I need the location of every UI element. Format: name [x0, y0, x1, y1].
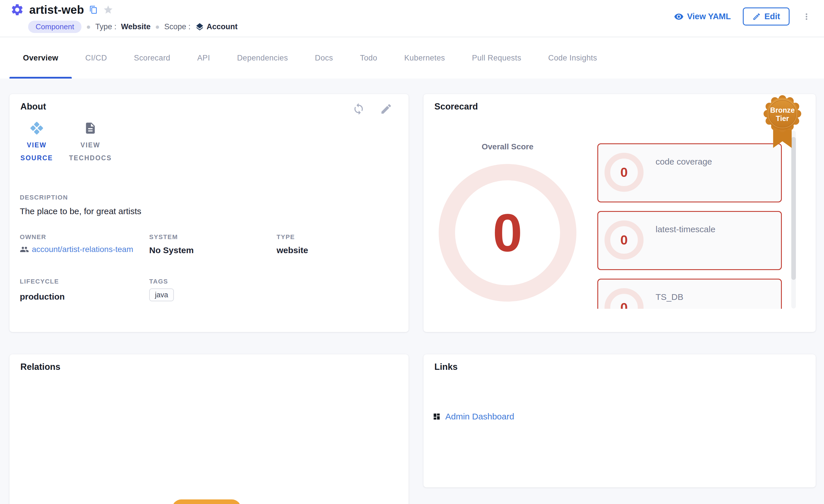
owner-link[interactable]: account/artist-relations-team	[32, 244, 133, 255]
scorecard-card: Scorecard Overall Score 0 0 code coverag…	[423, 94, 816, 332]
score-item-label: latest-timescale	[655, 225, 715, 234]
tab-label: Pull Requests	[472, 53, 521, 62]
scope-value-wrap: Account	[195, 22, 237, 31]
header-actions: View YAML Edit	[674, 7, 811, 25]
tag-chip-java[interactable]: java	[149, 288, 174, 301]
description-value: The place to be, for great artists	[20, 207, 141, 216]
tab-label: Dependencies	[237, 53, 288, 62]
about-card-title: About	[20, 102, 46, 112]
score-ring: 0	[605, 221, 643, 259]
type-label: Type :	[95, 22, 116, 31]
view-techdocs-label: VIEW TECHDOCS	[62, 139, 119, 164]
scorecard-item-list: 0 code coverage 0 latest-timescale 0 TS_…	[597, 143, 783, 309]
score-ring: 0	[605, 153, 643, 192]
type-value: Website	[121, 22, 150, 31]
tab-label: Kubernetes	[404, 53, 445, 62]
tab-scorecard[interactable]: Scorecard	[120, 37, 184, 79]
diamond-grid-icon	[30, 122, 43, 135]
page-header: artist-web Component ● Type : Website ● …	[0, 0, 824, 37]
relations-card-title: Relations	[20, 362, 61, 372]
relation-entity-node[interactable]	[172, 499, 241, 504]
scorecard-scrollbar-thumb[interactable]	[791, 137, 796, 280]
page-title: artist-web	[29, 3, 84, 16]
star-icon[interactable]	[103, 5, 113, 15]
tab-overview[interactable]: Overview	[9, 37, 72, 79]
view-yaml-button[interactable]: View YAML	[674, 12, 731, 21]
owner-value-block: account/artist-relations-team	[20, 244, 134, 255]
layers-icon	[195, 22, 204, 31]
about-card-actions	[352, 103, 393, 115]
tags-label: TAGS	[149, 278, 168, 285]
score-item-label: TS_DB	[655, 292, 684, 302]
tab-api[interactable]: API	[184, 37, 223, 79]
title-row: artist-web	[10, 3, 113, 17]
scope-value: Account	[207, 22, 237, 31]
links-card-title: Links	[434, 362, 457, 372]
badge-text-line2: Tier	[776, 114, 789, 122]
edit-label: Edit	[764, 12, 780, 21]
entity-page: artist-web Component ● Type : Website ● …	[0, 0, 824, 504]
tab-code-insights[interactable]: Code Insights	[535, 37, 611, 79]
view-yaml-label: View YAML	[687, 12, 731, 21]
tab-docs[interactable]: Docs	[302, 37, 346, 79]
tab-cicd[interactable]: CI/CD	[72, 37, 120, 79]
type-field-label: TYPE	[277, 233, 295, 241]
overall-score-value: 0	[493, 207, 522, 259]
relations-card: Relations	[9, 354, 409, 504]
link-admin-dashboard[interactable]: Admin Dashboard	[433, 412, 514, 421]
scope-label: Scope :	[164, 22, 191, 31]
view-source-button[interactable]: VIEW SOURCE	[12, 122, 61, 164]
system-label: SYSTEM	[149, 233, 178, 241]
pencil-icon	[752, 12, 761, 21]
system-value: No System	[149, 245, 194, 255]
about-card: About VIEW SOURCE VIEW TECHDOCS	[9, 94, 409, 332]
edit-about-pencil-icon[interactable]	[380, 103, 393, 115]
score-value: 0	[620, 300, 628, 309]
people-icon	[20, 245, 29, 254]
dashboard-icon	[433, 412, 441, 420]
active-tab-underline	[9, 77, 72, 79]
tab-todo[interactable]: Todo	[346, 37, 391, 79]
tab-label: Overview	[23, 53, 58, 62]
gear-icon	[10, 3, 24, 17]
link-label: Admin Dashboard	[445, 412, 514, 421]
tab-label: Todo	[360, 53, 377, 62]
dot-separator: ●	[155, 22, 160, 31]
view-techdocs-button[interactable]: VIEW TECHDOCS	[62, 122, 119, 164]
lifecycle-value: production	[20, 292, 65, 301]
owner-label: OWNER	[20, 233, 46, 241]
overall-score-gauge: 0	[439, 164, 577, 301]
score-ring: 0	[605, 288, 643, 309]
lifecycle-label: LIFECYCLE	[20, 278, 59, 285]
tab-bar: Overview CI/CD Scorecard API Dependencie…	[0, 37, 824, 79]
description-label: DESCRIPTION	[20, 194, 68, 201]
copy-icon[interactable]	[89, 5, 98, 14]
scorecard-item-code-coverage[interactable]: 0 code coverage	[597, 143, 782, 203]
refresh-icon[interactable]	[352, 103, 365, 115]
scorecard-item-latest-timescale[interactable]: 0 latest-timescale	[597, 211, 782, 270]
links-card: Links Admin Dashboard	[423, 354, 816, 487]
tab-label: API	[197, 53, 210, 62]
tab-label: Docs	[315, 53, 333, 62]
score-value: 0	[620, 232, 628, 248]
scorecard-card-title: Scorecard	[434, 102, 478, 112]
edit-button[interactable]: Edit	[743, 7, 790, 25]
document-icon	[84, 122, 97, 135]
kebab-menu-icon[interactable]	[802, 12, 811, 21]
scorecard-item-ts-db[interactable]: 0 TS_DB	[597, 279, 782, 309]
dot-separator: ●	[86, 22, 91, 31]
badge-text-line1: Bronze	[770, 106, 795, 114]
tab-label: CI/CD	[85, 53, 107, 62]
eye-icon	[674, 12, 684, 21]
tab-dependencies[interactable]: Dependencies	[223, 37, 301, 79]
tab-pull-requests[interactable]: Pull Requests	[458, 37, 535, 79]
tab-label: Code Insights	[548, 53, 597, 62]
bronze-tier-badge-icon: Bronze Tier	[761, 95, 803, 150]
score-item-label: code coverage	[655, 157, 712, 166]
view-source-label: VIEW SOURCE	[12, 139, 61, 164]
tab-kubernetes[interactable]: Kubernetes	[391, 37, 458, 79]
score-value: 0	[620, 164, 628, 180]
type-value: website	[277, 245, 308, 255]
overall-score-label: Overall Score	[465, 142, 550, 151]
kind-chip[interactable]: Component	[28, 21, 82, 33]
